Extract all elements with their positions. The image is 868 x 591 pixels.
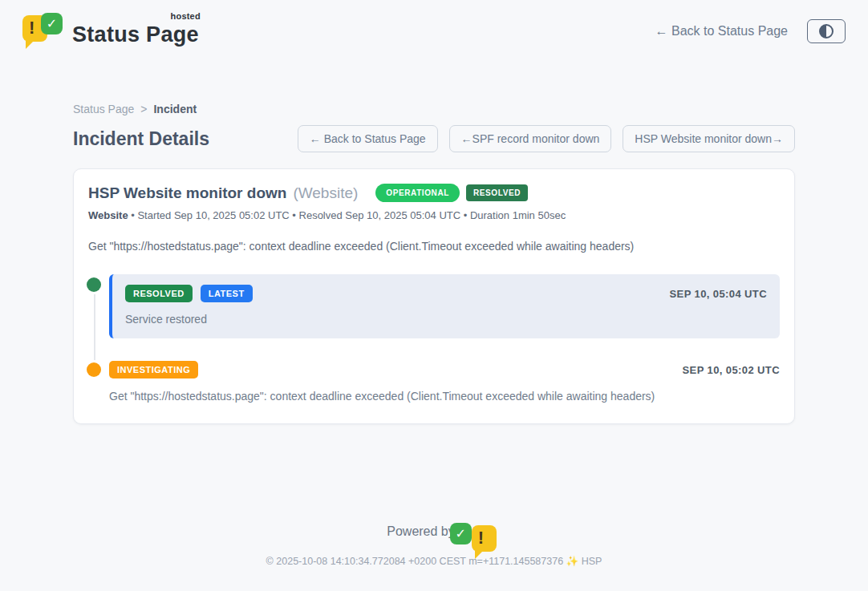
timeline-message: Get "https://hostedstatus.page": context… (109, 390, 780, 403)
incident-timeline: RESOLVED LATEST SEP 10, 05:04 UTC Servic… (88, 274, 780, 403)
investigating-badge: INVESTIGATING (109, 361, 198, 378)
hosted-label: hosted (171, 11, 201, 21)
timeline-badges: RESOLVED LATEST (125, 285, 253, 302)
latest-badge: LATEST (201, 285, 253, 302)
theme-toggle-button[interactable] (807, 19, 846, 43)
heading-row: Incident Details ← Back to Status Page ←… (73, 125, 795, 152)
logo-bubble-tail (26, 40, 34, 49)
timeline-message: Service restored (125, 313, 767, 326)
incident-description: Get "https://hostedstatus.page": context… (88, 240, 780, 253)
breadcrumb: Status Page > Incident (73, 103, 795, 115)
breadcrumb-separator: > (140, 103, 147, 115)
header: ! ✓ Status Pagehosted ← Back to Status P… (0, 0, 868, 50)
resolved-status-badge: RESOLVED (466, 184, 528, 201)
powered-by-link[interactable]: Powered by ! ✓ (387, 523, 481, 540)
app-logo[interactable]: ! ✓ Status Pagehosted (22, 13, 199, 50)
timeline-dot-green (87, 277, 101, 292)
back-to-status-page-button[interactable]: ← Back to Status Page (298, 125, 438, 152)
page-title: Incident Details (73, 128, 209, 150)
incident-component: (Website) (293, 184, 358, 202)
timeline-timestamp: SEP 10, 05:04 UTC (670, 288, 767, 300)
incident-meta-component: Website (88, 209, 128, 221)
brand-name: Status Pagehosted (72, 16, 199, 47)
checkmark-icon: ✓ (41, 13, 63, 34)
timeline-item-header: INVESTIGATING SEP 10, 05:02 UTC (109, 361, 780, 378)
incident-meta: Website • Started Sep 10, 2025 05:02 UTC… (88, 209, 780, 221)
timeline-badges: INVESTIGATING (109, 361, 198, 378)
status-page-logo-icon: ! ✓ (22, 13, 63, 50)
breadcrumb-incident: Incident (153, 103, 197, 115)
incident-title: HSP Website monitor down (88, 184, 286, 202)
timeline-item-investigating: INVESTIGATING SEP 10, 05:02 UTC Get "htt… (88, 361, 780, 403)
copyright-text: © 2025-10-08 14:10:34.772084 +0200 CEST … (0, 555, 868, 567)
timeline-highlight-box: RESOLVED LATEST SEP 10, 05:04 UTC Servic… (109, 274, 780, 338)
back-to-status-page-link[interactable]: ← Back to Status Page (655, 24, 788, 38)
exclamation-icon: ! (29, 18, 34, 38)
checkmark-icon: ✓ (450, 523, 472, 544)
timeline-item-header: RESOLVED LATEST SEP 10, 05:04 UTC (125, 285, 767, 302)
incident-card: HSP Website monitor down (Website) OPERA… (73, 168, 795, 424)
next-incident-button[interactable]: HSP Website monitor down→ (623, 125, 795, 152)
resolved-badge: RESOLVED (125, 285, 193, 302)
operational-status-badge: OPERATIONAL (375, 184, 460, 202)
powered-by-label: Powered by (387, 524, 455, 539)
footer: Powered by ! ✓ © 2025-10-08 14:10:34.772… (0, 523, 868, 567)
contrast-icon (819, 24, 834, 38)
incident-title-row: HSP Website monitor down (Website) OPERA… (88, 184, 780, 202)
incident-meta-details: • Started Sep 10, 2025 05:02 UTC • Resol… (131, 209, 566, 221)
prev-incident-button[interactable]: ←SPF record monitor down (449, 125, 612, 152)
timeline-timestamp: SEP 10, 05:02 UTC (683, 364, 780, 376)
exclamation-icon: ! (478, 528, 484, 548)
main-content: Status Page > Incident Incident Details … (73, 103, 795, 424)
breadcrumb-status-page[interactable]: Status Page (73, 103, 134, 115)
footer-logo-icon: ! ✓ (462, 523, 481, 540)
timeline-item-resolved: RESOLVED LATEST SEP 10, 05:04 UTC Servic… (88, 274, 780, 338)
incident-nav-buttons: ← Back to Status Page ←SPF record monito… (298, 125, 795, 152)
timeline-dot-orange (87, 362, 101, 377)
header-actions: ← Back to Status Page (655, 19, 846, 43)
